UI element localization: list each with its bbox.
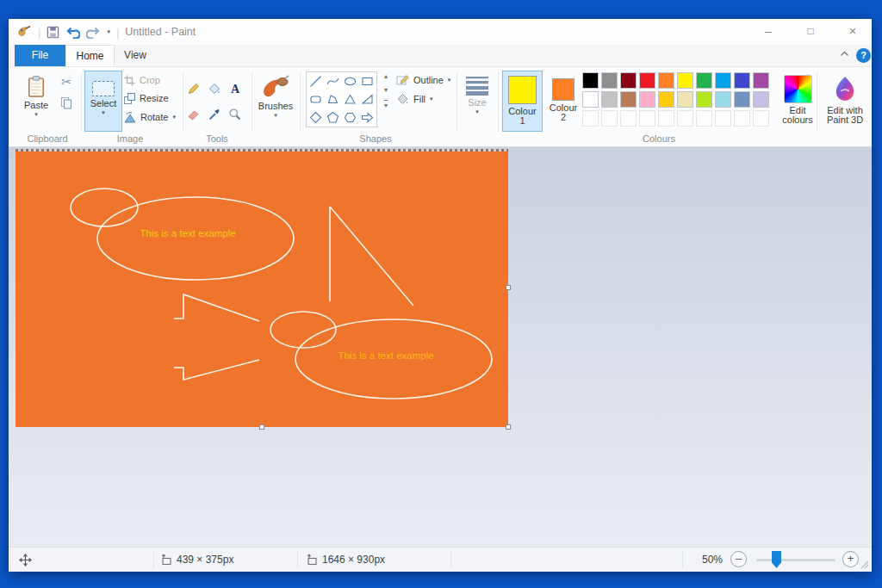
paint-window: | ▾ | Untitled - Paint – □ × File Ho <box>9 19 872 572</box>
palette-swatch[interactable] <box>658 91 674 108</box>
brushes-button[interactable]: Brushes ▾ <box>255 71 296 132</box>
palette-empty-slot[interactable] <box>601 110 618 127</box>
palette-swatch[interactable] <box>677 72 693 89</box>
colour2-button[interactable]: Colour 2 <box>546 71 581 132</box>
selection-handle-bottom[interactable] <box>259 424 264 430</box>
palette-swatch[interactable] <box>696 72 712 89</box>
edit-with-paint3d-button[interactable]: Edit with Paint 3D <box>820 71 870 132</box>
paint-canvas-selection[interactable]: This is a text example This is a text ex… <box>16 149 508 427</box>
magnifier-tool-icon[interactable] <box>225 102 245 127</box>
tab-view[interactable]: View <box>115 45 156 66</box>
group-divider <box>300 71 301 132</box>
help-icon[interactable]: ? <box>856 48 871 63</box>
image-group-label: Image <box>83 133 177 144</box>
select-button[interactable]: Select ▾ <box>84 71 122 132</box>
palette-empty-slot[interactable] <box>620 110 637 127</box>
palette-empty-slot[interactable] <box>715 110 731 127</box>
fill-icon <box>396 93 409 105</box>
group-divider <box>498 71 499 132</box>
zoom-in-button[interactable]: + <box>842 551 859 567</box>
resize-button[interactable]: Resize <box>124 90 169 107</box>
palette-empty-slot[interactable] <box>753 110 769 127</box>
shape-right-triangle-icon[interactable] <box>361 93 374 106</box>
shape-arrow-right-icon[interactable] <box>361 111 374 124</box>
collapse-ribbon-icon[interactable] <box>840 51 849 57</box>
palette-empty-slot[interactable] <box>639 110 655 127</box>
zoom-slider-track[interactable] <box>756 559 835 561</box>
palette-swatch[interactable] <box>753 91 769 108</box>
eraser-tool-icon[interactable] <box>183 102 204 127</box>
outline-icon <box>396 74 409 86</box>
palette-swatch[interactable] <box>639 72 655 89</box>
edit-colours-button[interactable]: Edit colours <box>778 71 817 132</box>
cut-icon[interactable]: ✂ <box>59 74 74 90</box>
resize-grip-icon[interactable] <box>860 560 869 569</box>
palette-swatch[interactable] <box>639 91 655 108</box>
shape-triangle-icon[interactable] <box>344 93 357 106</box>
shapes-scroll-down-icon[interactable]: ▾ <box>384 86 388 94</box>
cursor-position-indicator <box>19 548 32 572</box>
palette-empty-slot[interactable] <box>677 110 693 127</box>
selection-handle-right[interactable] <box>506 285 511 290</box>
palette-empty-slot[interactable] <box>582 110 599 127</box>
canvas-viewport[interactable]: This is a text example This is a text ex… <box>9 147 872 547</box>
redo-icon[interactable] <box>86 26 101 39</box>
selection-handle-bottom-right[interactable] <box>506 424 511 430</box>
undo-icon[interactable] <box>65 26 80 39</box>
palette-swatch[interactable] <box>734 72 750 89</box>
shape-hexagon-icon[interactable] <box>344 111 357 124</box>
zoom-out-button[interactable]: – <box>730 551 747 567</box>
shapes-more-icon[interactable]: ▾ <box>384 100 388 109</box>
shape-ellipse-icon[interactable] <box>344 75 357 88</box>
colour1-button[interactable]: Colour 1 <box>502 71 543 132</box>
paint-logo-icon <box>17 25 32 39</box>
tab-home[interactable]: Home <box>65 45 115 66</box>
palette-empty-slot[interactable] <box>696 110 712 127</box>
pencil-tool-icon[interactable] <box>183 76 204 102</box>
zoom-level-label: 50% <box>702 548 723 572</box>
drawn-triangle <box>330 207 413 306</box>
shape-line-icon[interactable] <box>309 75 322 88</box>
tab-file[interactable]: File <box>15 45 65 66</box>
shape-diamond-icon[interactable] <box>309 111 322 124</box>
paste-button[interactable]: Paste ▾ <box>17 71 55 132</box>
brush-icon <box>262 75 289 99</box>
palette-swatch[interactable] <box>715 91 731 108</box>
color-picker-tool-icon[interactable] <box>204 102 225 127</box>
shape-rectangle-icon[interactable] <box>361 75 374 88</box>
palette-empty-slot[interactable] <box>658 110 674 127</box>
shape-curve-icon[interactable] <box>326 75 339 88</box>
minimize-button[interactable]: – <box>755 19 782 45</box>
palette-swatch[interactable] <box>620 72 637 89</box>
text-tool-icon[interactable]: A <box>225 76 245 102</box>
palette-swatch[interactable] <box>601 72 618 89</box>
copy-icon[interactable] <box>59 95 74 110</box>
palette-swatch[interactable] <box>734 91 750 108</box>
fill-button[interactable]: Fill ▾ <box>396 90 433 108</box>
palette-swatch[interactable] <box>582 91 599 108</box>
qat-dropdown-icon[interactable]: ▾ <box>107 29 110 34</box>
shape-polygon-icon[interactable] <box>326 93 339 106</box>
save-icon[interactable] <box>47 26 59 39</box>
crop-icon <box>124 75 135 86</box>
statusbar-separator <box>153 551 154 568</box>
palette-empty-slot[interactable] <box>734 110 750 127</box>
palette-swatch[interactable] <box>715 72 731 89</box>
size-button[interactable]: Size ▾ <box>458 71 496 132</box>
shape-rounded-rectangle-icon[interactable] <box>309 93 322 106</box>
outline-button[interactable]: Outline ▾ <box>396 71 450 89</box>
palette-swatch[interactable] <box>582 72 599 89</box>
palette-swatch[interactable] <box>620 91 637 108</box>
fill-bucket-tool-icon[interactable] <box>204 76 225 102</box>
palette-swatch[interactable] <box>601 91 618 108</box>
palette-swatch[interactable] <box>658 72 674 89</box>
palette-swatch[interactable] <box>677 91 693 108</box>
shape-pentagon-icon[interactable] <box>326 111 339 124</box>
zoom-slider-thumb[interactable] <box>772 551 781 568</box>
close-button[interactable]: × <box>839 19 866 45</box>
rotate-button[interactable]: Rotate ▾ <box>124 108 176 126</box>
shapes-scroll-up-icon[interactable]: ▴ <box>384 72 388 80</box>
palette-swatch[interactable] <box>753 72 769 89</box>
palette-swatch[interactable] <box>696 91 712 108</box>
maximize-button[interactable]: □ <box>797 19 824 45</box>
